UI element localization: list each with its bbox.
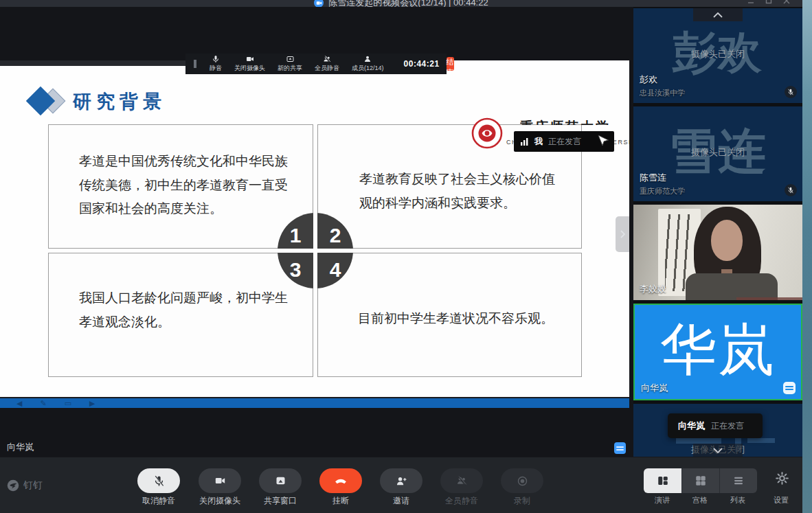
invite-label: 邀请 [367,495,436,507]
view-grid-button[interactable] [681,468,719,493]
sidebar-collapse-tab[interactable] [616,216,629,252]
slide-box-1-text: 孝道是中国优秀传统文化和中华民族传统美德，初中生的孝道教育一直受国家和社会的高度… [79,150,293,221]
speaker-me-label: 我 [534,136,543,148]
share-window-button[interactable] [259,468,302,493]
end-share-button[interactable]: 结束共享 [447,57,454,71]
share-window-label: 共享窗口 [246,495,315,507]
invite-person-icon [395,475,407,487]
tooltip-speaker-name: 向华岚 [678,420,705,432]
mic-muted-icon [153,475,165,487]
video-person-body [686,273,778,300]
participant-tile-xianghualan[interactable]: 华岚 向华岚 [633,304,802,400]
toolbar-drag-handle[interactable] [194,60,196,68]
mic-muted-icon [785,184,797,196]
camera-icon [214,475,227,486]
toolbar-new-share-button[interactable]: 新的共享 [271,54,308,74]
toolbar-mute-all-button[interactable]: 全员静音 [308,54,346,74]
university-name-calligraphy: 重庆师范大学 [520,118,616,125]
camera-off-button[interactable] [199,468,241,493]
desktop-background-edge [802,0,812,513]
gear-icon [776,472,789,485]
circle-number-1: 1 [278,224,313,247]
mute-all-button [440,468,483,493]
maximize-icon[interactable] [765,0,772,4]
chat-message-icon[interactable] [783,382,796,394]
mic-muted-icon [785,86,797,98]
scroll-down-chevron[interactable] [693,444,743,457]
settings-button[interactable] [774,471,790,488]
university-seal-logo [471,117,503,149]
mouse-cursor [597,135,609,151]
toolbar-camera-button[interactable]: 关闭摄像头 [228,54,271,74]
invite-button[interactable] [380,468,422,493]
view-list-button[interactable] [719,468,757,493]
view-grid-label: 宫格 [679,495,721,505]
hangup-label: 挂断 [306,495,375,507]
camera-off-label: 摄像头已关闭 [633,48,802,60]
toolbar-mute-button[interactable]: 静音 [203,54,228,74]
participant-tile-penghuan[interactable]: 彭欢 摄像头已关闭 彭欢 忠县汝溪中学 [633,8,802,103]
participant-org: 忠县汝溪中学 [640,88,685,98]
participants-sidebar: 彭欢 摄像头已关闭 彭欢 忠县汝溪中学 雪连 摄像头已关闭 陈雪连 重庆师范大学 [633,0,802,457]
unmute-button[interactable] [137,468,180,493]
participant-tile-chenxuelian[interactable]: 雪连 摄像头已关闭 陈雪连 重庆师范大学 [633,106,802,201]
dingtalk-brand: 钉钉 [7,479,43,492]
slide-box-4-text: 目前初中学生孝道状况不容乐观。 [358,307,571,331]
dingtalk-meeting-window: 陈雪连发起的视频会议(12/14) | 00:44:22 研究背景 孝道是中国优… [0,0,812,513]
record-label: 录制 [488,495,556,507]
unmute-label: 取消静音 [124,495,193,507]
meeting-title: 陈雪连发起的视频会议(12/14) | 00:44:22 [328,0,488,7]
slide-box-1: 孝道是中国优秀传统文化和中华民族传统美德，初中生的孝道教育一直受国家和社会的高度… [48,124,313,249]
circle-number-2: 2 [317,224,353,247]
circle-number-4: 4 [317,258,353,282]
slide-title: 研究背景 [73,89,166,114]
slide-pen-icon: ✎ [40,398,46,408]
shared-screen-stage: 研究背景 孝道是中国优秀传统文化和中华民族传统美德，初中生的孝道教育一直受国家和… [0,7,629,457]
dingtalk-logo-icon [7,479,19,492]
mute-all-icon [455,475,468,486]
slide-box-3: 我国人口老龄化问题严峻，初中学生孝道观念淡化。 [48,253,313,377]
minimize-icon[interactable] [747,0,754,4]
window-titlebar: 陈雪连发起的视频会议(12/14) | 00:44:22 [0,0,802,7]
camera-off-label: 摄像头已关闭 [633,146,802,159]
share-window-icon [275,475,286,486]
participant-name: 陈雪连 [640,172,666,184]
camera-off-label: 关闭摄像头 [185,495,254,507]
video-bottom-edge [736,297,802,300]
shared-slide: 研究背景 孝道是中国优秀传统文化和中华民族传统美德，初中生的孝道教育一直受国家和… [0,60,629,408]
participant-tile-lijiaojiao[interactable]: 李姣姣 [633,205,802,300]
scroll-up-chevron[interactable] [693,8,743,21]
slide-prev-icon: ◀ [16,398,22,408]
participant-big-name: 华岚 [635,321,801,378]
grid-view-icon [695,475,707,487]
slide-presenter-bar: ◀ ✎ ▭ ▶ [0,397,629,408]
meeting-camera-icon [314,0,324,7]
view-presenter-label: 演讲 [642,495,683,505]
floating-share-toolbar: 静音 关闭摄像头 新的共享 全员静音 成员(12/14) 00:44:21 结束… [185,54,447,74]
share-timer: 00:44:21 [404,59,440,69]
participant-name: 向华岚 [641,382,668,394]
speaking-status-label: 正在发言 [548,136,581,148]
microphone-icon [212,55,220,63]
close-icon[interactable] [783,0,790,4]
list-view-icon [732,475,745,487]
toolbar-members-button[interactable]: 成员(12/14) [346,54,390,74]
share-screen-icon [286,55,295,63]
circle-number-3: 3 [278,258,313,282]
chat-message-icon[interactable] [614,442,626,454]
slide-view-icon: ▭ [65,398,71,408]
participant-org: 重庆师范大学 [640,186,685,196]
view-presenter-button[interactable] [644,468,681,493]
presenter-view-icon [657,475,669,487]
hangup-button[interactable] [319,468,362,493]
bottom-control-bar: 钉钉 取消静音 关闭摄像头 共享窗口 挂断 邀请 全员静音 录制 [0,457,802,513]
participant-name: 李姣姣 [640,283,666,295]
slide-next-icon: ▶ [89,398,95,408]
video-person-face [711,220,743,261]
mute-all-label: 全员静音 [427,495,496,507]
participant-name: 彭欢 [640,73,657,86]
settings-label: 设置 [760,495,802,505]
slide-box-3-text: 我国人口老龄化问题严峻，初中学生孝道观念淡化。 [79,286,293,334]
view-mode-segmented-control [644,468,757,493]
view-list-label: 列表 [717,495,758,505]
